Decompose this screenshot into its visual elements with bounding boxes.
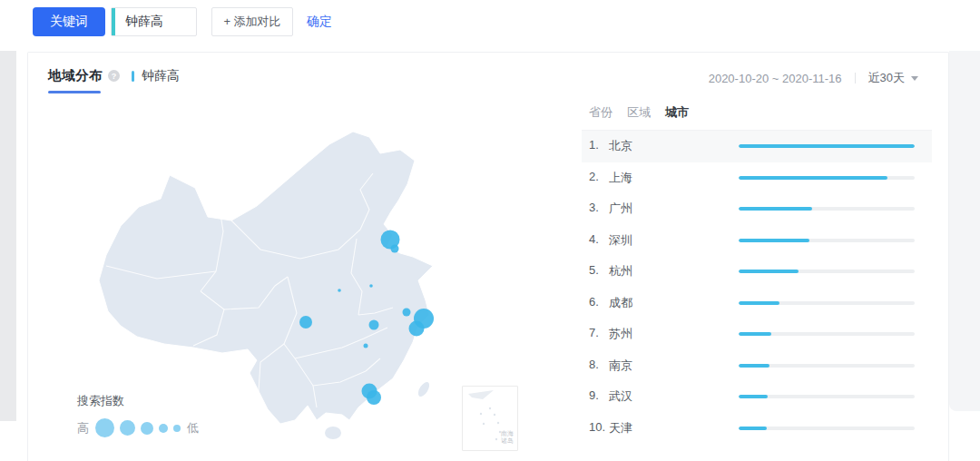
series-name: 钟薛高 bbox=[142, 68, 180, 84]
period-label: 近30天 bbox=[868, 70, 905, 86]
bar-track bbox=[739, 270, 915, 273]
tab-省份[interactable]: 省份 bbox=[589, 104, 612, 121]
table-row: 9. 武汉 bbox=[582, 381, 932, 413]
bar-track bbox=[739, 207, 915, 211]
row-city: 天津 bbox=[609, 420, 632, 436]
help-icon[interactable]: ? bbox=[108, 70, 120, 82]
tab-城市[interactable]: 城市 bbox=[665, 104, 689, 121]
table-row: 8. 南京 bbox=[582, 350, 932, 382]
keyword-input-wrap bbox=[111, 7, 197, 36]
legend-circles bbox=[95, 418, 181, 437]
legend-size-dot bbox=[120, 420, 135, 436]
legend-size-dot bbox=[141, 422, 153, 435]
row-label: 5. 杭州 bbox=[582, 263, 739, 280]
row-label: 9. 武汉 bbox=[582, 388, 739, 405]
map-bubble-small-dot-2[interactable] bbox=[338, 289, 341, 292]
period-dropdown[interactable]: 近30天 bbox=[868, 70, 918, 86]
legend-title: 搜索指数 bbox=[77, 393, 199, 409]
bar-fill bbox=[739, 144, 915, 148]
keyword-input[interactable] bbox=[115, 8, 196, 35]
map-bubble-深圳[interactable] bbox=[367, 390, 381, 405]
bar-track bbox=[739, 239, 915, 242]
map-bubble-天津[interactable] bbox=[391, 245, 399, 253]
row-label: 7. 苏州 bbox=[582, 326, 739, 342]
china-outline bbox=[99, 132, 433, 424]
bar-fill bbox=[739, 176, 887, 180]
bar-fill bbox=[739, 332, 771, 336]
ranking-tabs: 省份区域城市 bbox=[582, 100, 932, 125]
table-row: 6. 成都 bbox=[582, 288, 932, 319]
bar-track bbox=[739, 364, 915, 368]
row-rank: 9. bbox=[589, 388, 609, 405]
legend-size-dot bbox=[173, 425, 181, 432]
row-rank: 6. bbox=[589, 295, 609, 311]
bar-fill bbox=[739, 270, 799, 273]
china-map: 搜索指数 高 低 南海 诸岛 bbox=[81, 121, 516, 456]
south-china-sea-inset: 南海 诸岛 bbox=[462, 386, 518, 451]
search-index-legend: 搜索指数 高 低 bbox=[77, 393, 199, 437]
row-rank: 3. bbox=[589, 201, 609, 217]
hainan-island bbox=[325, 427, 341, 439]
row-label: 10. 天津 bbox=[582, 420, 739, 436]
keyword-toolbar: 关键词 + 添加对比 确定 bbox=[0, 0, 980, 51]
bar-track bbox=[739, 332, 915, 336]
map-bubble-武汉[interactable] bbox=[369, 320, 379, 330]
table-row: 10. 天津 bbox=[582, 413, 932, 445]
row-rank: 1. bbox=[589, 138, 609, 154]
series-legend: 钟薛高 bbox=[132, 68, 180, 84]
add-compare-button[interactable]: + 添加对比 bbox=[211, 7, 293, 36]
ranking-list: 1. 北京 2. 上海 3. 广州 4. 深圳 bbox=[582, 131, 932, 444]
page-gutter-left bbox=[0, 0, 16, 421]
date-range-box: 2020-10-20 ~ 2020-11-16 近30天 bbox=[709, 70, 918, 86]
row-label: 3. 广州 bbox=[582, 201, 739, 217]
row-label: 1. 北京 bbox=[582, 138, 739, 154]
panel-title-underline bbox=[48, 91, 101, 93]
legend-size-dot bbox=[159, 424, 168, 433]
date-range-text: 2020-10-20 ~ 2020-11-16 bbox=[709, 72, 842, 85]
map-bubble-small-dot-1[interactable] bbox=[364, 344, 368, 348]
table-row: 3. 广州 bbox=[582, 193, 932, 225]
bar-track bbox=[739, 176, 915, 180]
bar-fill bbox=[739, 395, 768, 398]
bar-fill bbox=[739, 207, 812, 211]
row-city: 深圳 bbox=[609, 232, 632, 249]
table-row: 7. 苏州 bbox=[582, 319, 932, 350]
bar-track bbox=[739, 427, 915, 430]
keyword-button[interactable]: 关键词 bbox=[33, 7, 105, 36]
table-row: 2. 上海 bbox=[582, 162, 932, 194]
row-city: 上海 bbox=[609, 170, 632, 186]
map-bubble-苏州[interactable] bbox=[403, 309, 411, 317]
map-bubble-成都[interactable] bbox=[299, 316, 312, 329]
row-city: 南京 bbox=[609, 358, 632, 374]
confirm-link[interactable]: 确定 bbox=[307, 14, 332, 30]
region-distribution-card: 地域分布 ? 钟薛高 2020-10-20 ~ 2020-11-16 近30天 bbox=[27, 52, 949, 461]
row-city: 苏州 bbox=[609, 326, 632, 342]
table-row: 4. 深圳 bbox=[582, 225, 932, 257]
row-label: 2. 上海 bbox=[582, 170, 739, 186]
bar-fill bbox=[739, 364, 769, 368]
bar-track bbox=[739, 395, 915, 398]
row-rank: 8. bbox=[589, 358, 609, 374]
ranking-panel: 省份区域城市 1. 北京 2. 上海 3. 广州 4. 深圳 bbox=[582, 100, 932, 444]
bar-track bbox=[739, 301, 915, 305]
row-rank: 2. bbox=[589, 170, 609, 186]
tab-区域[interactable]: 区域 bbox=[627, 104, 651, 121]
row-label: 8. 南京 bbox=[582, 358, 739, 374]
legend-size-dot bbox=[95, 418, 114, 437]
row-rank: 10. bbox=[589, 420, 609, 436]
map-bubble-small-dot-3[interactable] bbox=[369, 284, 373, 288]
legend-high-label: 高 bbox=[77, 420, 89, 436]
panel-title: 地域分布 bbox=[48, 67, 103, 84]
page-gutter-right bbox=[949, 0, 980, 411]
row-city: 广州 bbox=[609, 201, 632, 217]
map-bubble-杭州[interactable] bbox=[409, 321, 425, 337]
series-marker-icon bbox=[132, 71, 134, 82]
bar-fill bbox=[739, 239, 809, 242]
row-rank: 4. bbox=[589, 232, 609, 249]
row-city: 武汉 bbox=[609, 388, 632, 405]
caret-down-icon bbox=[911, 76, 918, 81]
table-row: 5. 杭州 bbox=[582, 256, 932, 288]
row-rank: 5. bbox=[589, 263, 609, 280]
bar-track bbox=[739, 144, 915, 148]
row-label: 4. 深圳 bbox=[582, 232, 739, 249]
